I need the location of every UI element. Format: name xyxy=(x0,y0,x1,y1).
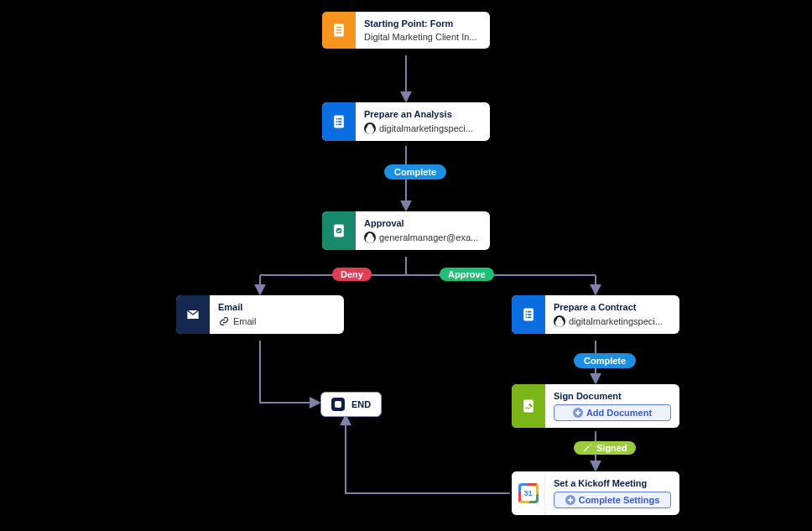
svg-rect-6 xyxy=(338,118,341,120)
task-icon xyxy=(322,102,356,141)
node-approval[interactable]: Approval generalmanager@exa... xyxy=(322,211,490,250)
svg-rect-15 xyxy=(528,311,531,313)
edge-label-complete: Complete xyxy=(384,164,446,180)
workflow-canvas[interactable]: Starting Point: Form Digital Marketing C… xyxy=(0,0,812,531)
calendar-icon xyxy=(512,471,545,515)
edge-label-deny: Deny xyxy=(332,268,372,281)
assignee: generalmanager@exa... xyxy=(379,232,478,242)
svg-rect-18 xyxy=(526,317,528,319)
approval-icon xyxy=(322,211,356,250)
plus-icon xyxy=(565,495,575,505)
assignee: digitalmarketingspeci... xyxy=(569,316,663,326)
svg-rect-1 xyxy=(336,27,342,28)
node-end[interactable]: END xyxy=(320,392,382,417)
svg-rect-17 xyxy=(528,314,531,315)
edge-label-approve: Approve xyxy=(440,268,494,281)
node-title: Set a Kickoff Meeting xyxy=(554,478,671,488)
email-icon xyxy=(176,295,210,334)
edge-label-complete: Complete xyxy=(574,353,636,368)
end-label: END xyxy=(351,399,371,409)
node-email[interactable]: Email Email xyxy=(176,295,344,334)
node-prepare-contract[interactable]: Prepare a Contract digitalmarketingspeci… xyxy=(512,295,679,334)
form-icon xyxy=(322,12,356,49)
edge-label-signed: Signed xyxy=(574,441,636,455)
plus-icon xyxy=(573,408,583,418)
node-title: Approval xyxy=(364,218,481,228)
task-icon xyxy=(512,295,545,334)
user-icon xyxy=(364,232,376,243)
user-icon xyxy=(554,315,565,327)
node-start-form[interactable]: Starting Point: Form Digital Marketing C… xyxy=(322,12,490,49)
svg-rect-10 xyxy=(338,124,341,126)
pen-icon xyxy=(582,443,592,453)
node-kickoff-meeting[interactable]: Set a Kickoff Meeting Complete Settings xyxy=(512,471,679,515)
button-label: Complete Settings xyxy=(579,495,660,505)
node-title: Sign Document xyxy=(554,391,671,401)
complete-settings-button[interactable]: Complete Settings xyxy=(554,492,671,508)
stop-icon xyxy=(331,398,345,411)
svg-rect-7 xyxy=(336,121,338,122)
svg-rect-16 xyxy=(526,314,528,315)
node-title: Prepare a Contract xyxy=(554,302,671,312)
assignee: digitalmarketingspeci... xyxy=(379,123,473,133)
svg-rect-8 xyxy=(338,121,341,122)
node-sign-document[interactable]: Sign Document Add Document xyxy=(512,384,679,428)
node-title: Prepare an Analysis xyxy=(364,109,481,119)
svg-rect-9 xyxy=(336,124,338,126)
user-icon xyxy=(364,122,376,134)
link-icon xyxy=(218,315,230,327)
svg-rect-3 xyxy=(336,33,342,34)
button-label: Add Document xyxy=(586,408,652,418)
connectors-layer xyxy=(0,0,812,531)
node-title: Email xyxy=(218,302,336,312)
svg-rect-2 xyxy=(336,29,342,30)
node-title: Starting Point: Form xyxy=(364,18,481,29)
svg-rect-5 xyxy=(336,118,338,120)
sign-icon xyxy=(512,384,545,428)
svg-rect-19 xyxy=(528,317,531,319)
pill-text: Signed xyxy=(596,443,627,453)
node-subtitle: Digital Marketing Client In... xyxy=(364,32,477,42)
node-prepare-analysis[interactable]: Prepare an Analysis digitalmarketingspec… xyxy=(322,102,490,141)
node-subtitle: Email xyxy=(233,316,257,326)
svg-rect-14 xyxy=(526,311,528,313)
add-document-button[interactable]: Add Document xyxy=(554,404,671,421)
